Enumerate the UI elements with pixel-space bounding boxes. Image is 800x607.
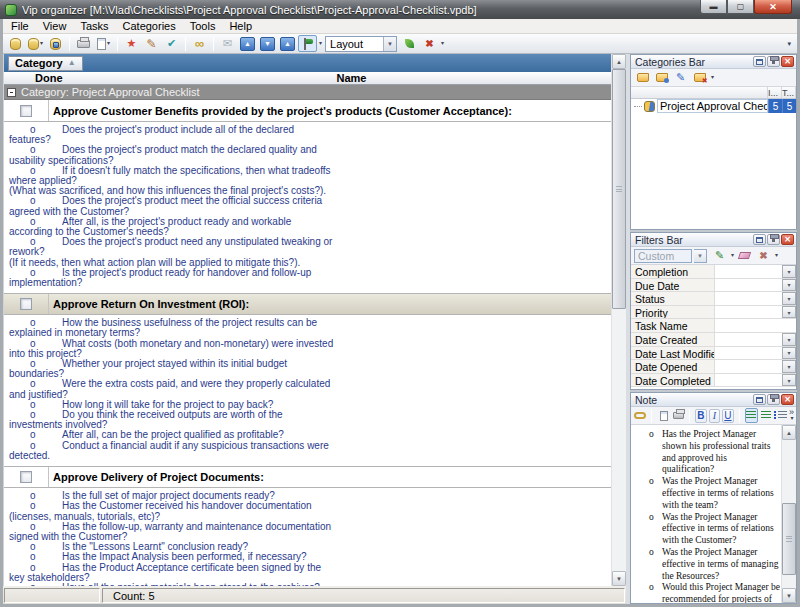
- minimize-button[interactable]: ▬: [700, 0, 727, 14]
- filter-preset-arrow[interactable]: ▼: [694, 249, 707, 263]
- filter-value[interactable]: [715, 306, 782, 319]
- filter-value[interactable]: [715, 374, 782, 387]
- delete-category-button[interactable]: [691, 70, 708, 85]
- category-item[interactable]: Project Approval Checklist 5 5: [631, 99, 796, 113]
- scroll-down-button[interactable]: ▼: [612, 571, 626, 586]
- pin-panel-button[interactable]: [767, 234, 780, 245]
- float-panel-button[interactable]: [753, 394, 766, 405]
- filter-dropdown-button[interactable]: ▾: [782, 347, 796, 360]
- scroll-thumb[interactable]: [782, 503, 796, 574]
- clear-filter-button[interactable]: [736, 248, 753, 263]
- align-justify-button[interactable]: [760, 408, 772, 423]
- filter-preset-select[interactable]: Custom: [634, 249, 692, 263]
- scroll-up-button[interactable]: ▲: [782, 425, 796, 440]
- filter-value[interactable]: [715, 319, 796, 332]
- filter-dropdown-button[interactable]: ▾: [782, 306, 796, 319]
- send-task-button[interactable]: ✉: [218, 35, 237, 52]
- toolbar-overflow-button[interactable]: ▾: [787, 41, 791, 47]
- close-panel-button[interactable]: ✕: [781, 234, 794, 245]
- menu-item-view[interactable]: View: [36, 19, 74, 33]
- maximize-button[interactable]: ▢: [727, 0, 754, 14]
- scroll-down-button[interactable]: ▼: [782, 588, 796, 603]
- float-panel-button[interactable]: [753, 234, 766, 245]
- filter-dropdown-button[interactable]: ▾: [782, 333, 796, 346]
- insert-object-button[interactable]: [657, 408, 669, 423]
- task-checkbox[interactable]: [20, 471, 32, 483]
- view-task-button[interactable]: ∞: [190, 35, 209, 52]
- filter-dropdown-button[interactable]: ▾: [782, 374, 796, 387]
- new-task-button[interactable]: ★: [122, 35, 141, 52]
- filter-value[interactable]: [715, 279, 782, 292]
- task-row[interactable]: Approve Delivery of Project Documents:: [4, 466, 611, 488]
- print-button[interactable]: [74, 35, 93, 52]
- group-by-category-button[interactable]: Category ▲: [8, 56, 83, 71]
- float-panel-button[interactable]: [753, 56, 766, 67]
- italic-button[interactable]: I: [709, 409, 720, 423]
- filter-value[interactable]: [715, 360, 782, 373]
- align-left-button[interactable]: [745, 408, 758, 423]
- new-category-button[interactable]: [634, 70, 651, 85]
- layout-select-arrow[interactable]: ▼: [383, 37, 396, 51]
- print-preview-button[interactable]: ▾: [94, 35, 113, 52]
- bold-button[interactable]: B: [695, 409, 706, 423]
- close-panel-button[interactable]: ✕: [781, 56, 794, 67]
- filter-value[interactable]: [715, 265, 782, 278]
- collapse-group-icon[interactable]: [7, 88, 16, 97]
- bullet-list-button[interactable]: [774, 408, 787, 423]
- insert-link-button[interactable]: [634, 408, 646, 423]
- pin-panel-button[interactable]: [767, 394, 780, 405]
- remove-filter-button[interactable]: ✖: [755, 248, 772, 263]
- menu-item-categories[interactable]: Categories: [116, 19, 183, 33]
- collapse-all-button[interactable]: ▲: [278, 35, 297, 52]
- toolbar-separator: [739, 409, 740, 423]
- column-header-done[interactable]: Done: [4, 72, 92, 84]
- task-row[interactable]: Approve Return On Investment (ROI):: [4, 293, 611, 315]
- flag-button[interactable]: [298, 35, 317, 52]
- filter-value[interactable]: [715, 347, 782, 360]
- menu-item-file[interactable]: File: [4, 19, 36, 33]
- edit-task-button[interactable]: ✎: [142, 35, 161, 52]
- filter-dropdown-button[interactable]: ▾: [782, 360, 796, 373]
- menu-item-help[interactable]: Help: [222, 19, 259, 33]
- open-database-button[interactable]: ▾: [26, 35, 45, 52]
- pin-panel-button[interactable]: [767, 56, 780, 67]
- categories-name-column[interactable]: [631, 87, 768, 98]
- task-checkbox[interactable]: [20, 298, 32, 310]
- category-group-row[interactable]: Category: Project Approval Checklist: [4, 85, 611, 100]
- new-database-button[interactable]: [6, 35, 25, 52]
- menu-item-tasks[interactable]: Tasks: [73, 19, 115, 33]
- print-note-button[interactable]: [672, 408, 684, 423]
- filter-dropdown-button[interactable]: ▾: [782, 292, 796, 305]
- scroll-up-button[interactable]: ▲: [612, 54, 626, 69]
- scroll-thumb[interactable]: [612, 69, 626, 309]
- delete-layout-button[interactable]: ✖: [420, 35, 439, 52]
- move-up-button[interactable]: ▲: [238, 35, 257, 52]
- categories-count-column-1[interactable]: I...: [768, 87, 782, 98]
- categories-count-column-2[interactable]: T...: [782, 87, 796, 98]
- filter-dropdown-button[interactable]: ▾: [782, 279, 796, 292]
- menu-item-tools[interactable]: Tools: [183, 19, 223, 33]
- task-checkbox[interactable]: [20, 105, 32, 117]
- close-panel-button[interactable]: ✕: [781, 394, 794, 405]
- note-toolbar-overflow-button[interactable]: » ▾: [789, 409, 794, 422]
- filter-value[interactable]: [715, 333, 782, 346]
- complete-task-button[interactable]: ✔: [162, 35, 181, 52]
- column-header-name[interactable]: Name: [92, 72, 611, 84]
- new-subcategory-button[interactable]: [653, 70, 670, 85]
- category-item-label[interactable]: Project Approval Checklist: [657, 99, 768, 113]
- edit-category-button[interactable]: ✎: [672, 70, 689, 85]
- customize-filter-button[interactable]: ✎: [711, 248, 728, 263]
- filter-value[interactable]: [715, 292, 782, 305]
- underline-button[interactable]: U: [722, 409, 733, 423]
- filter-dropdown-button[interactable]: ▾: [782, 265, 796, 278]
- save-database-button[interactable]: [46, 35, 65, 52]
- filter-row-date-opened: Date Opened▾: [631, 360, 796, 374]
- expand-all-button[interactable]: ▼: [258, 35, 277, 52]
- layout-select[interactable]: Layout ▼: [325, 36, 397, 52]
- main-vertical-scrollbar[interactable]: ▲ ▼: [611, 54, 626, 586]
- task-row[interactable]: Approve Customer Benefits provided by th…: [4, 100, 611, 122]
- note-text[interactable]: oHas the Project Manager shown his profe…: [631, 425, 781, 603]
- apply-layout-button[interactable]: [400, 35, 419, 52]
- close-button[interactable]: ✕: [754, 0, 792, 14]
- note-vertical-scrollbar[interactable]: ▲ ▼: [781, 425, 796, 603]
